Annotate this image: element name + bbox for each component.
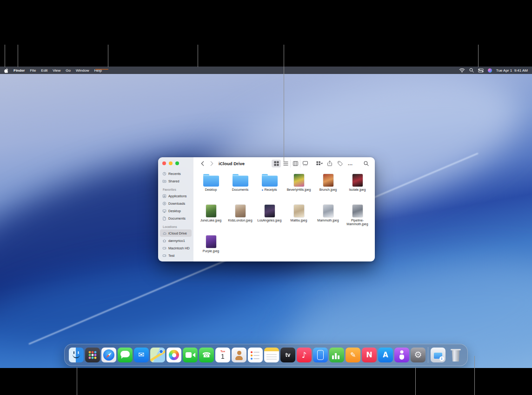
toolbar-actions (316, 160, 353, 167)
dock-iphone-mirroring-icon[interactable] (313, 348, 328, 362)
sidebar-section-title: Favorites (158, 185, 193, 192)
file-icon (294, 203, 304, 217)
download-icon (162, 201, 166, 206)
dock-contacts-icon[interactable] (232, 348, 246, 362)
menu-window[interactable]: Window (76, 68, 89, 73)
window-controls (162, 161, 179, 165)
dock-notes-icon[interactable] (264, 348, 279, 362)
sidebar-item-label: Applications (168, 194, 186, 198)
dock-downloads-icon[interactable] (431, 348, 446, 362)
wifi-icon[interactable] (459, 68, 465, 73)
dock-safari-icon[interactable] (101, 348, 116, 362)
file-mammoth-jpeg[interactable]: Mammoth.jpeg (313, 201, 343, 232)
menu-view[interactable]: View (53, 68, 60, 73)
screen: FinderFileEditViewGoWindowHelp (0, 0, 532, 395)
applications-icon (162, 194, 166, 198)
search-icon[interactable] (363, 160, 369, 167)
file-desktop[interactable]: Desktop (196, 170, 226, 201)
folder-icon (233, 175, 248, 187)
menu-file[interactable]: File (30, 68, 36, 73)
dock-finder-icon[interactable] (69, 348, 84, 362)
icon-view-button[interactable] (272, 160, 281, 167)
more-options-icon[interactable] (347, 160, 353, 167)
column-view-button[interactable] (291, 160, 300, 167)
file-beverlyhills-jpeg[interactable]: BeverlyHills.jpeg (284, 170, 313, 201)
close-button[interactable] (162, 161, 166, 165)
forward-button[interactable] (208, 160, 215, 167)
menu-bar: FinderFileEditViewGoWindowHelp (0, 67, 532, 74)
share-icon[interactable] (326, 160, 333, 167)
file-purple-jpeg[interactable]: Purple.jpeg (196, 232, 226, 261)
image-thumbnail (323, 174, 333, 187)
file-kidslondon-jpeg[interactable]: KidsLondon.jpeg (226, 201, 255, 232)
tags-icon[interactable] (337, 160, 343, 167)
apple-menu[interactable] (4, 68, 8, 73)
callout-line (77, 367, 77, 395)
dock-mail-icon[interactable] (134, 348, 149, 362)
file-pipeline-mammoth-jpeg[interactable]: Pipeline-Mammoth.jpeg (343, 201, 372, 232)
sidebar-item-icloud-drive[interactable]: iCloud Drive (160, 229, 192, 237)
menu-edit[interactable]: Edit (41, 68, 47, 73)
menu-bar-menus: FinderFileEditViewGoWindowHelp (13, 68, 102, 73)
file-receipts[interactable]: Receipts (255, 170, 284, 201)
desktop-icon (162, 209, 166, 213)
dock-launchpad-icon[interactable] (85, 348, 100, 362)
dock-pages-icon[interactable] (346, 348, 360, 362)
sidebar-item-shared[interactable]: Shared (160, 177, 192, 185)
file-junelake-jpeg[interactable]: JuneLake.jpeg (196, 201, 226, 232)
dock-podcasts-icon[interactable] (394, 348, 409, 362)
dock-calendar-icon[interactable]: Tue1 (215, 348, 230, 362)
file-name: Brunch.jpeg (319, 188, 337, 192)
callout-line (18, 45, 18, 67)
menu-finder[interactable]: Finder (13, 68, 25, 73)
file-icon (206, 234, 216, 248)
file-malibu-jpeg[interactable]: Malibu.jpeg (284, 201, 313, 232)
dock-photos-icon[interactable] (166, 348, 181, 362)
sidebar-item-desktop[interactable]: Desktop (160, 207, 192, 214)
file-grid: DesktopDocumentsReceiptsBeverlyHills.jpe… (193, 169, 375, 261)
dock-tv-icon[interactable]: tv (280, 348, 295, 362)
spotlight-icon[interactable] (469, 68, 474, 73)
file-name: JuneLake.jpeg (200, 219, 222, 222)
sidebar-item-label: Documents (168, 216, 186, 221)
file-isolate-jpeg[interactable]: Isolate.jpeg (343, 170, 372, 201)
file-documents[interactable]: Documents (226, 170, 255, 201)
dock-music-icon[interactable] (297, 348, 312, 362)
dock-app-store-icon[interactable] (378, 348, 393, 362)
dock-phone-icon[interactable] (199, 348, 214, 362)
file-icon (265, 203, 275, 217)
zoom-button[interactable] (175, 161, 179, 165)
dock-settings-icon[interactable] (411, 348, 426, 362)
sidebar-item-macintosh-hd[interactable]: Macintosh HD (160, 244, 192, 252)
dock-messages-icon[interactable] (118, 348, 133, 362)
dock-reminders-icon[interactable] (248, 348, 263, 362)
control-center-icon[interactable] (478, 68, 484, 73)
clock-icon (162, 172, 166, 176)
file-icon (294, 173, 304, 187)
sidebar-item-downloads[interactable]: Downloads (160, 200, 192, 207)
dock-facetime-icon[interactable] (183, 348, 198, 362)
menu-bar-clock[interactable]: Tue Apr 1 9:41 AM (496, 68, 528, 73)
list-view-button[interactable] (281, 160, 291, 167)
sidebar-item-dannyrico1[interactable]: dannyrico1 (160, 237, 192, 244)
sidebar-item-applications[interactable]: Applications (160, 192, 192, 200)
dock-news-icon[interactable] (362, 348, 377, 362)
dock-numbers-icon[interactable] (329, 348, 344, 362)
menu-go[interactable]: Go (66, 68, 71, 73)
dock-maps-icon[interactable] (150, 348, 165, 362)
file-icon (235, 203, 246, 217)
back-button[interactable] (199, 160, 206, 167)
callout-line (284, 45, 284, 161)
sidebar-item-documents[interactable]: Documents (160, 214, 192, 222)
gallery-view-button[interactable] (300, 160, 310, 167)
minimize-button[interactable] (169, 161, 173, 165)
sidebar-item-test[interactable]: Test (160, 252, 192, 259)
dock-trash-icon[interactable] (448, 348, 463, 362)
siri-icon[interactable] (488, 68, 492, 73)
file-brunch-jpeg[interactable]: Brunch.jpeg (313, 170, 343, 201)
sidebar-item-recents[interactable]: Recents (160, 170, 192, 177)
sidebar-item-label: Shared (168, 179, 180, 183)
group-by-button[interactable] (316, 160, 323, 167)
file-losangeles-jpeg[interactable]: LosAngeles.jpeg (255, 201, 284, 232)
document-icon (162, 216, 166, 221)
